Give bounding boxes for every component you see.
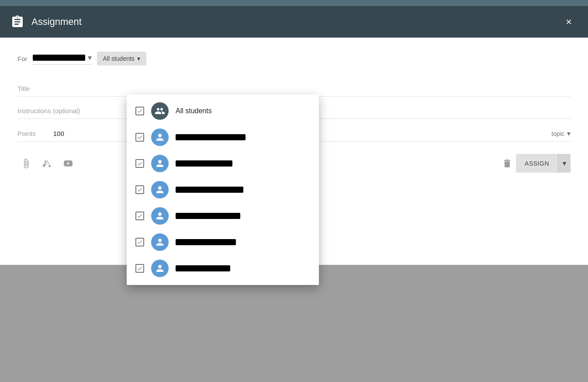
header-left: Assignment bbox=[10, 15, 82, 29]
assignment-modal: Assignment × For ▾ All students ▾ Title … bbox=[0, 6, 588, 265]
dropdown-item-s4[interactable] bbox=[127, 203, 319, 229]
assign-chevron-icon: ▾ bbox=[563, 159, 566, 167]
student2-avatar bbox=[151, 155, 169, 172]
student1-checkbox[interactable] bbox=[135, 133, 144, 142]
assign-button-group: ASSIGN ▾ bbox=[516, 154, 571, 173]
students-chevron-icon: ▾ bbox=[137, 55, 140, 62]
student3-checkbox[interactable] bbox=[135, 185, 144, 194]
students-btn-text: All students bbox=[103, 55, 135, 62]
assignment-icon bbox=[10, 15, 24, 29]
student6-checkbox[interactable] bbox=[135, 264, 144, 273]
drive-button[interactable] bbox=[38, 155, 56, 172]
points-label: Points bbox=[17, 130, 36, 137]
close-button[interactable]: × bbox=[560, 13, 578, 31]
points-value: 100 bbox=[53, 130, 64, 137]
student1-avatar bbox=[151, 128, 169, 146]
student2-name bbox=[176, 160, 232, 167]
dropdown-item-s3[interactable] bbox=[127, 177, 319, 203]
student3-name bbox=[176, 187, 243, 193]
attach-button[interactable] bbox=[17, 155, 35, 172]
topic-chevron-icon: ▾ bbox=[567, 129, 571, 138]
class-selector-text bbox=[33, 55, 85, 61]
instructions-label: Instructions (optional) bbox=[17, 107, 80, 115]
title-label: Title bbox=[17, 85, 30, 92]
assign-dropdown-button[interactable]: ▾ bbox=[558, 154, 571, 173]
dropdown-item-s2[interactable] bbox=[127, 150, 319, 177]
dropdown-item-s1[interactable] bbox=[127, 124, 319, 150]
background-top-bar bbox=[0, 0, 588, 6]
for-label: For bbox=[17, 55, 28, 63]
topic-selector[interactable]: topic ▾ bbox=[551, 129, 571, 138]
dropdown-item-s5[interactable] bbox=[127, 229, 319, 255]
delete-button[interactable] bbox=[502, 158, 512, 169]
student5-checkbox[interactable] bbox=[135, 238, 144, 247]
assign-button[interactable]: ASSIGN bbox=[516, 154, 558, 173]
student6-avatar bbox=[151, 260, 169, 277]
modal-header: Assignment × bbox=[0, 6, 588, 38]
modal-title: Assignment bbox=[31, 16, 82, 28]
students-dropdown: All students bbox=[127, 94, 319, 285]
modal-body: For ▾ All students ▾ Title Instructions … bbox=[0, 38, 588, 265]
student5-name bbox=[176, 239, 236, 245]
all-students-checkbox[interactable] bbox=[135, 107, 144, 115]
youtube-button[interactable] bbox=[59, 155, 77, 172]
student1-name bbox=[176, 134, 246, 140]
student4-avatar bbox=[151, 207, 169, 225]
student4-name bbox=[176, 213, 240, 219]
class-selector[interactable]: ▾ bbox=[33, 53, 92, 65]
all-students-label: All students bbox=[176, 107, 212, 115]
for-row: For ▾ All students ▾ bbox=[17, 52, 571, 66]
student4-checkbox[interactable] bbox=[135, 212, 144, 220]
dropdown-item-s6[interactable] bbox=[127, 255, 319, 281]
student6-name bbox=[176, 265, 230, 271]
all-students-avatar bbox=[151, 102, 169, 120]
student2-checkbox[interactable] bbox=[135, 159, 144, 168]
all-students-button[interactable]: All students ▾ bbox=[97, 52, 146, 66]
student3-avatar bbox=[151, 181, 169, 198]
topic-label: topic bbox=[551, 130, 564, 137]
student5-avatar bbox=[151, 233, 169, 251]
dropdown-item-all[interactable]: All students bbox=[127, 98, 319, 124]
class-chevron-icon: ▾ bbox=[88, 53, 92, 63]
title-field-row: Title bbox=[17, 78, 571, 97]
